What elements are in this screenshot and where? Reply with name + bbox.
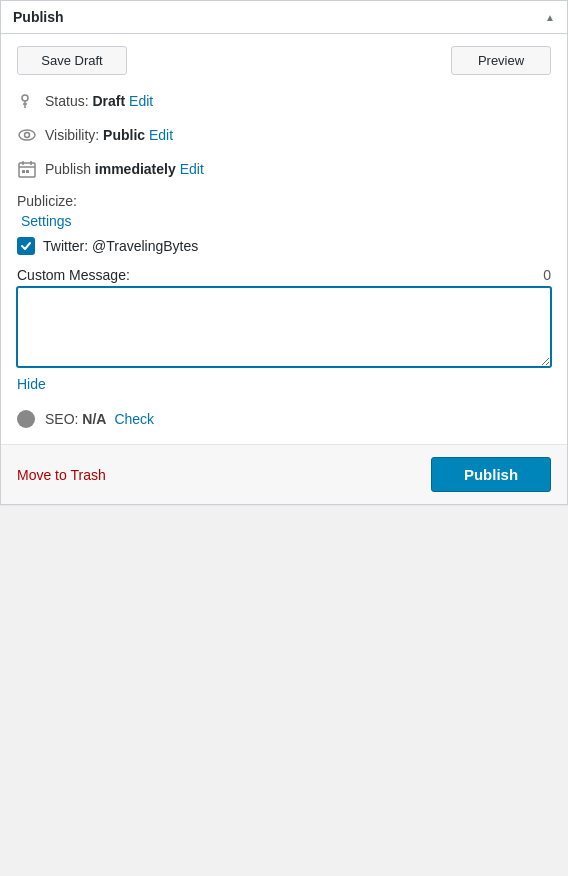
custom-message-label: Custom Message:: [17, 267, 130, 283]
svg-rect-10: [26, 170, 29, 173]
publish-time-edit-link[interactable]: Edit: [180, 161, 204, 177]
checkmark-icon: [20, 240, 32, 252]
status-edit-link[interactable]: Edit: [129, 93, 153, 109]
visibility-edit-link[interactable]: Edit: [149, 127, 173, 143]
publish-button[interactable]: Publish: [431, 457, 551, 492]
seo-check-link[interactable]: Check: [114, 411, 154, 427]
hide-link[interactable]: Hide: [17, 376, 46, 392]
save-draft-button[interactable]: Save Draft: [17, 46, 127, 75]
publish-time-value: immediately: [95, 161, 176, 177]
svg-point-0: [22, 95, 28, 101]
publicize-label: Publicize:: [17, 193, 551, 209]
svg-point-3: [19, 130, 35, 140]
move-to-trash-link[interactable]: Move to Trash: [17, 467, 106, 483]
status-row: Status: Draft Edit: [17, 91, 551, 111]
seo-status-dot: [17, 410, 35, 428]
visibility-icon: [17, 125, 45, 145]
panel-title: Publish: [13, 9, 64, 25]
action-buttons-row: Save Draft Preview: [17, 46, 551, 75]
preview-button[interactable]: Preview: [451, 46, 551, 75]
custom-message-input[interactable]: [17, 287, 551, 367]
seo-value: N/A: [82, 411, 106, 427]
visibility-row: Visibility: Public Edit: [17, 125, 551, 145]
custom-message-header: Custom Message: 0: [17, 267, 551, 283]
twitter-label: Twitter: @TravelingBytes: [43, 238, 198, 254]
panel-footer: Move to Trash Publish: [1, 444, 567, 504]
panel-header: Publish ▲: [1, 1, 567, 34]
seo-row: SEO: N/A Check: [17, 410, 551, 428]
svg-rect-9: [22, 170, 25, 173]
publicize-settings-link[interactable]: Settings: [21, 213, 551, 229]
panel-toggle-icon[interactable]: ▲: [545, 12, 555, 23]
twitter-checkbox[interactable]: [17, 237, 35, 255]
publish-panel: Publish ▲ Save Draft Preview Status: Dra…: [0, 0, 568, 505]
svg-point-4: [25, 133, 30, 138]
panel-body: Save Draft Preview Status: Draft Edit: [1, 34, 567, 444]
char-count: 0: [543, 267, 551, 283]
calendar-icon: [17, 159, 45, 179]
publish-time-text: Publish immediately Edit: [45, 161, 204, 177]
seo-text: SEO: N/A Check: [45, 411, 154, 427]
custom-message-section: Custom Message: 0 Hide: [17, 267, 551, 406]
visibility-value: Public: [103, 127, 145, 143]
twitter-checkbox-row: Twitter: @TravelingBytes: [17, 237, 551, 255]
status-text: Status: Draft Edit: [45, 93, 153, 109]
publicize-section: Publicize: Settings Twitter: @TravelingB…: [17, 193, 551, 255]
visibility-text: Visibility: Public Edit: [45, 127, 173, 143]
publish-time-row: Publish immediately Edit: [17, 159, 551, 179]
status-icon: [17, 91, 45, 111]
status-value: Draft: [92, 93, 125, 109]
